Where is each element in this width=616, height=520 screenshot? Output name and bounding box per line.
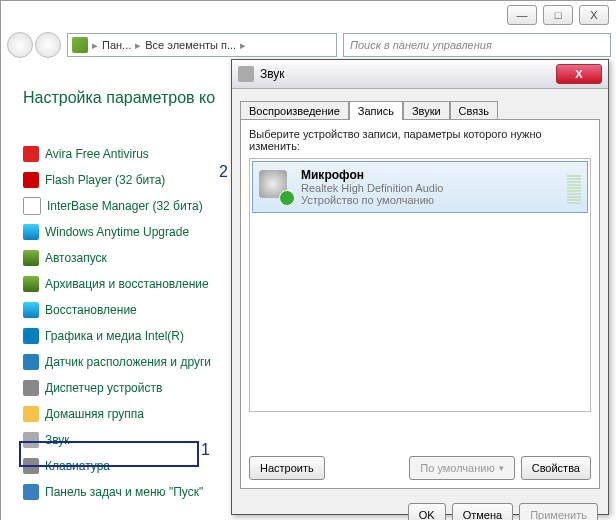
microphone-icon: [259, 170, 293, 204]
set-default-label: По умолчанию: [420, 462, 494, 474]
dialog-title: Звук: [260, 67, 556, 81]
cpl-item-label: Диспетчер устройств: [45, 381, 162, 395]
tab-communications[interactable]: Связь: [450, 101, 498, 120]
apply-button: Применить: [519, 503, 598, 520]
homegroup-icon: [23, 406, 39, 422]
cpl-item-recovery[interactable]: Восстановление: [23, 297, 233, 323]
chevron-down-icon: ▾: [499, 463, 504, 473]
explorer-navbar: ▸ Пан... ▸ Все элементы п... ▸ Поиск в п…: [7, 29, 611, 61]
device-item-microphone[interactable]: Микрофон Realtek High Definition Audio У…: [252, 161, 588, 213]
tab-playback[interactable]: Воспроизведение: [240, 101, 349, 120]
intel-icon: [23, 328, 39, 344]
cpl-item-avira[interactable]: Avira Free Antivirus: [23, 141, 233, 167]
breadcrumb-all-items[interactable]: Все элементы п...: [145, 39, 236, 51]
cpl-item-label: Автозапуск: [45, 251, 107, 265]
dialog-panel: Выберите устройство записи, параметры ко…: [240, 119, 600, 489]
annotation-number-2: 2: [219, 163, 228, 181]
address-bar[interactable]: ▸ Пан... ▸ Все элементы п... ▸: [67, 33, 337, 57]
maximize-button[interactable]: □: [543, 5, 573, 25]
default-check-icon: [279, 190, 295, 206]
anytime-icon: [23, 224, 39, 240]
ok-button[interactable]: OK: [408, 503, 446, 520]
flash-icon: [23, 172, 39, 188]
avira-icon: [23, 146, 39, 162]
sound-icon: [238, 66, 254, 82]
cpl-item-sensor[interactable]: Датчик расположения и други: [23, 349, 233, 375]
configure-button[interactable]: Настроить: [249, 456, 325, 480]
device-name: Микрофон: [301, 168, 559, 182]
tab-sounds[interactable]: Звуки: [403, 101, 450, 120]
cpl-item-backup[interactable]: Архивация и восстановление: [23, 271, 233, 297]
device-list[interactable]: Микрофон Realtek High Definition Audio У…: [249, 158, 591, 412]
nav-back-button[interactable]: [7, 32, 33, 58]
cpl-item-label: InterBase Manager (32 бита): [47, 199, 203, 213]
tab-record[interactable]: Запись: [349, 101, 403, 120]
cpl-item-label: Восстановление: [45, 303, 137, 317]
cpl-item-label: Датчик расположения и други: [45, 355, 211, 369]
cpl-item-devmgr[interactable]: Диспетчер устройств: [23, 375, 233, 401]
nav-forward-button[interactable]: [35, 32, 61, 58]
recovery-icon: [23, 302, 39, 318]
autorun-icon: [23, 250, 39, 266]
properties-button[interactable]: Свойства: [521, 456, 591, 480]
taskbar-icon: [23, 484, 39, 500]
sensor-icon: [23, 354, 39, 370]
cpl-item-taskbar[interactable]: Панель задач и меню "Пуск": [23, 479, 233, 505]
breadcrumb-sep: ▸: [240, 39, 246, 52]
breadcrumb-sep: ▸: [92, 39, 98, 52]
level-meter: [567, 170, 581, 204]
device-status: Устройство по умолчанию: [301, 194, 559, 206]
page-title: Настройка параметров ко: [23, 89, 215, 107]
dialog-tabs: Воспроизведение Запись Звуки Связь: [240, 95, 600, 119]
cpl-item-autorun[interactable]: Автозапуск: [23, 245, 233, 271]
cpl-item-label: Домашняя группа: [45, 407, 144, 421]
cpl-item-intel[interactable]: Графика и медиа Intel(R): [23, 323, 233, 349]
cpl-item-label: Звук: [45, 433, 70, 447]
dialog-close-button[interactable]: X: [556, 64, 602, 84]
search-input[interactable]: Поиск в панели управления: [343, 33, 611, 57]
annotation-number-1: 1: [201, 441, 210, 459]
control-panel-icon: [72, 37, 88, 53]
breadcrumb-sep: ▸: [135, 39, 141, 52]
cpl-item-label: Панель задач и меню "Пуск": [45, 485, 203, 499]
cpl-item-label: Архивация и восстановление: [45, 277, 209, 291]
interbase-icon: [23, 197, 41, 215]
set-default-button: По умолчанию ▾: [409, 456, 514, 480]
cpl-item-label: Графика и медиа Intel(R): [45, 329, 184, 343]
keyboard-icon: [23, 458, 39, 474]
cpl-item-label: Windows Anytime Upgrade: [45, 225, 189, 239]
cancel-button[interactable]: Отмена: [452, 503, 513, 520]
sound-dialog: Звук X Воспроизведение Запись Звуки Связ…: [231, 59, 609, 515]
cpl-item-label: Клавиатура: [45, 459, 110, 473]
cpl-item-flash[interactable]: Flash Player (32 бита): [23, 167, 233, 193]
breadcrumb-root[interactable]: Пан...: [102, 39, 131, 51]
instruction-text: Выберите устройство записи, параметры ко…: [249, 128, 591, 152]
cpl-item-anytime[interactable]: Windows Anytime Upgrade: [23, 219, 233, 245]
cpl-item-label: Flash Player (32 бита): [45, 173, 165, 187]
backup-icon: [23, 276, 39, 292]
window-close-button[interactable]: X: [579, 5, 609, 25]
device-desc: Realtek High Definition Audio: [301, 182, 559, 194]
cpl-item-interbase[interactable]: InterBase Manager (32 бита): [23, 193, 233, 219]
devmgr-icon: [23, 380, 39, 396]
sound-icon: [23, 432, 39, 448]
cpl-item-homegroup[interactable]: Домашняя группа: [23, 401, 233, 427]
dialog-titlebar[interactable]: Звук X: [232, 60, 608, 89]
minimize-button[interactable]: —: [507, 5, 537, 25]
cpl-item-label: Avira Free Antivirus: [45, 147, 149, 161]
